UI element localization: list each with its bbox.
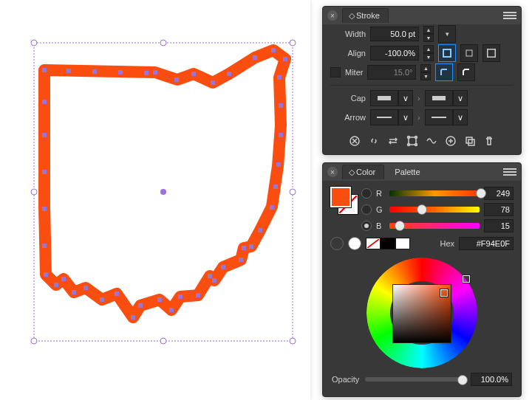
ohio-shape[interactable] <box>44 50 285 317</box>
stroke-miter-row: Miter ▲▼ <box>323 63 521 82</box>
swap-icon[interactable] <box>387 135 399 147</box>
sel-center[interactable] <box>160 189 166 195</box>
sel-handle-bl[interactable] <box>31 338 37 344</box>
b-slider[interactable] <box>389 223 480 229</box>
width-stepper[interactable]: ▲▼ <box>423 26 434 42</box>
join-round-icon[interactable] <box>435 63 453 81</box>
join-bevel-icon[interactable] <box>457 63 475 81</box>
sel-handle-tl[interactable] <box>31 40 37 46</box>
svg-rect-55 <box>468 139 474 145</box>
eyedropper-alt-icon[interactable] <box>348 237 361 250</box>
sv-box[interactable] <box>392 284 451 343</box>
add-icon[interactable] <box>445 135 457 147</box>
app-root: × ◇Stroke Width ▲▼ ▾ Align ▲▼ Miter ▲▼ <box>0 0 532 400</box>
b-value[interactable] <box>484 219 514 232</box>
svg-rect-43 <box>42 100 47 104</box>
fill-mode-switch[interactable] <box>366 238 410 249</box>
b-row: B <box>361 219 514 232</box>
r-row: R <box>361 187 514 200</box>
fill-stroke-swatches[interactable] <box>330 187 357 213</box>
svg-rect-0 <box>42 68 47 72</box>
copy-icon[interactable] <box>464 135 476 147</box>
sel-handle-tm[interactable] <box>160 40 166 46</box>
svg-rect-16 <box>276 162 281 167</box>
hex-input[interactable] <box>459 237 514 250</box>
sel-handle-bm[interactable] <box>160 338 166 344</box>
svg-rect-46 <box>487 49 496 58</box>
cap-start-select[interactable]: ∨ <box>370 90 413 106</box>
opacity-slider[interactable] <box>365 377 465 382</box>
svg-rect-30 <box>138 303 143 308</box>
tab-stroke[interactable]: ◇Stroke <box>342 8 389 23</box>
panel-menu-icon[interactable] <box>503 10 516 21</box>
svg-rect-4 <box>144 71 149 75</box>
g-value[interactable] <box>484 203 514 216</box>
panel-collapse-icon[interactable]: × <box>327 167 338 177</box>
align-label: Align <box>330 49 366 58</box>
close-circle-icon[interactable] <box>349 135 361 147</box>
trash-icon[interactable] <box>483 135 495 147</box>
miter-check[interactable] <box>330 67 341 77</box>
align-center-icon[interactable] <box>460 44 478 62</box>
sel-handle-tr[interactable] <box>290 40 296 46</box>
eyedropper-icon[interactable] <box>330 237 344 250</box>
miter-input[interactable] <box>367 65 416 80</box>
svg-rect-10 <box>253 55 257 60</box>
svg-rect-11 <box>271 48 276 52</box>
color-panel: × ◇Color Palette R <box>322 162 522 397</box>
bounds-icon[interactable] <box>406 135 418 147</box>
svg-rect-15 <box>279 133 283 137</box>
svg-rect-24 <box>212 278 216 283</box>
b-radio[interactable] <box>361 221 372 231</box>
align-stepper[interactable]: ▲▼ <box>423 45 434 61</box>
svg-rect-22 <box>239 258 243 262</box>
arrow-end-select[interactable]: ∨ <box>425 109 468 125</box>
sel-handle-br[interactable] <box>290 338 296 344</box>
wave-icon[interactable] <box>426 135 437 147</box>
opacity-row: Opacity <box>323 373 521 392</box>
panel-collapse-icon[interactable]: × <box>327 10 338 21</box>
sel-handle-mr[interactable] <box>290 189 296 195</box>
svg-rect-12 <box>283 57 287 61</box>
r-radio[interactable] <box>361 188 372 199</box>
cap-end-select[interactable]: ∨ <box>425 90 468 106</box>
align-outside-icon[interactable] <box>482 44 500 62</box>
width-preset-icon[interactable]: ▾ <box>438 25 456 43</box>
white-icon[interactable] <box>395 238 410 249</box>
arrow-label: Arrow <box>330 113 366 122</box>
tab-color[interactable]: ◇Color <box>342 165 384 179</box>
stroke-tabbar: × ◇Stroke <box>323 7 521 24</box>
svg-rect-25 <box>208 274 212 278</box>
align-input[interactable] <box>370 46 419 61</box>
sel-handle-ml[interactable] <box>31 189 37 195</box>
svg-rect-39 <box>42 244 47 248</box>
miter-stepper[interactable]: ▲▼ <box>420 64 431 80</box>
width-input[interactable] <box>370 27 419 41</box>
g-slider[interactable] <box>389 207 480 213</box>
divider <box>330 85 514 86</box>
arrow-start-select[interactable]: ∨ <box>370 109 413 125</box>
r-value[interactable] <box>484 187 514 200</box>
none-icon[interactable] <box>366 238 381 249</box>
opacity-value[interactable] <box>471 373 512 386</box>
hue-indicator[interactable] <box>463 275 470 283</box>
black-icon[interactable] <box>381 238 395 249</box>
svg-rect-33 <box>100 297 104 302</box>
align-inside-icon[interactable] <box>438 44 456 62</box>
r-slider[interactable] <box>389 190 480 196</box>
svg-rect-54 <box>466 137 472 143</box>
color-tabbar: × ◇Color Palette <box>323 163 521 181</box>
document-canvas[interactable] <box>0 0 310 400</box>
svg-rect-40 <box>42 207 47 211</box>
stroke-swatch[interactable] <box>330 187 351 207</box>
svg-rect-26 <box>196 293 200 297</box>
svg-rect-28 <box>169 308 174 312</box>
selected-artwork[interactable] <box>22 37 303 354</box>
link-icon[interactable] <box>368 135 380 147</box>
sv-indicator[interactable] <box>440 289 448 297</box>
panel-menu-icon[interactable] <box>503 167 516 177</box>
svg-rect-42 <box>42 133 47 137</box>
g-radio[interactable] <box>361 204 372 215</box>
tab-palette[interactable]: Palette <box>389 165 426 179</box>
svg-rect-23 <box>221 265 225 269</box>
